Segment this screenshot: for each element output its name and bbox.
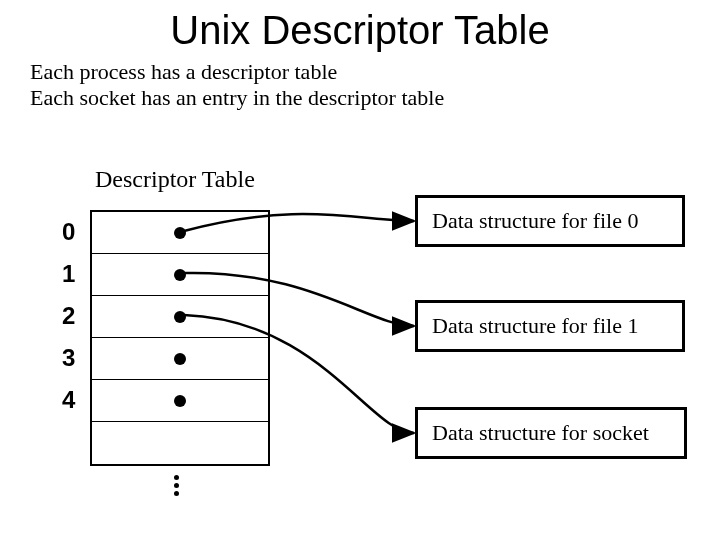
row-index-4: 4 — [62, 386, 75, 414]
descriptor-table-label: Descriptor Table — [95, 166, 255, 193]
pointer-dot-icon — [174, 311, 186, 323]
table-row: 0 — [92, 212, 268, 254]
row-index-0: 0 — [62, 218, 75, 246]
subtitle-line-2: Each socket has an entry in the descript… — [30, 85, 720, 111]
pointer-dot-icon — [174, 269, 186, 281]
table-row: 4 — [92, 380, 268, 422]
descriptor-table: 0 1 2 3 4 — [90, 210, 270, 466]
table-row — [92, 422, 268, 464]
row-index-2: 2 — [62, 302, 75, 330]
vertical-ellipsis-icon — [174, 472, 179, 499]
data-structure-socket-box: Data structure for socket — [415, 407, 687, 459]
subtitle-block: Each process has a descriptor table Each… — [0, 59, 720, 112]
table-row: 2 — [92, 296, 268, 338]
pointer-dot-icon — [174, 395, 186, 407]
pointer-dot-icon — [174, 227, 186, 239]
pointer-dot-icon — [174, 353, 186, 365]
page-title: Unix Descriptor Table — [0, 0, 720, 53]
table-row: 3 — [92, 338, 268, 380]
row-index-1: 1 — [62, 260, 75, 288]
row-index-3: 3 — [62, 344, 75, 372]
data-structure-file-0-box: Data structure for file 0 — [415, 195, 685, 247]
data-structure-file-1-box: Data structure for file 1 — [415, 300, 685, 352]
subtitle-line-1: Each process has a descriptor table — [30, 59, 720, 85]
table-row: 1 — [92, 254, 268, 296]
